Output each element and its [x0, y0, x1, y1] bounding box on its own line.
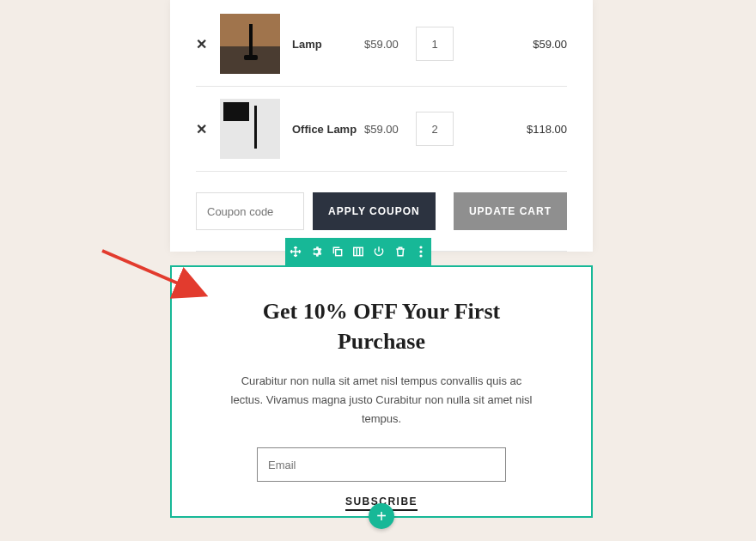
- promo-subscribe-section[interactable]: Get 10% OFF Your First Purchase Curabitu…: [170, 265, 593, 518]
- product-subtotal: $118.00: [527, 123, 567, 136]
- svg-point-3: [419, 250, 422, 252]
- columns-icon[interactable]: [351, 244, 366, 259]
- more-icon[interactable]: [413, 244, 429, 259]
- update-cart-button[interactable]: UPDATE CART: [454, 192, 567, 230]
- trash-icon[interactable]: [393, 244, 408, 259]
- svg-point-2: [419, 246, 422, 248]
- email-field[interactable]: [257, 447, 506, 482]
- gear-icon[interactable]: [308, 244, 324, 259]
- cart-row: ✕ Office Lamp $59.00 $118.00: [196, 87, 567, 172]
- product-price: $59.00: [364, 123, 416, 136]
- svg-rect-0: [335, 250, 341, 256]
- move-icon[interactable]: [288, 244, 303, 259]
- apply-coupon-button[interactable]: APPLY COUPON: [313, 192, 436, 230]
- product-name: Office Lamp: [292, 123, 364, 136]
- power-icon[interactable]: [371, 244, 387, 259]
- cart-panel: ✕ Lamp $59.00 $59.00 ✕ Office Lamp $59.0…: [170, 0, 593, 252]
- quantity-input[interactable]: [416, 27, 454, 61]
- product-name: Lamp: [292, 38, 364, 51]
- duplicate-icon[interactable]: [330, 244, 345, 259]
- svg-point-4: [419, 254, 422, 257]
- remove-item-icon[interactable]: ✕: [196, 121, 213, 137]
- svg-rect-1: [354, 247, 363, 255]
- product-price: $59.00: [364, 38, 416, 51]
- product-thumbnail[interactable]: [220, 14, 280, 74]
- product-subtotal: $59.00: [533, 38, 567, 51]
- coupon-input[interactable]: [196, 192, 304, 230]
- section-editor-toolbar: [285, 238, 431, 265]
- product-thumbnail[interactable]: [220, 99, 280, 159]
- add-section-button[interactable]: +: [369, 503, 394, 529]
- cart-row: ✕ Lamp $59.00 $59.00: [196, 9, 567, 87]
- quantity-input[interactable]: [416, 112, 454, 146]
- remove-item-icon[interactable]: ✕: [196, 36, 213, 52]
- promo-body-text: Curabitur non nulla sit amet nisl tempus…: [227, 372, 536, 429]
- promo-heading: Get 10% OFF Your First Purchase: [227, 296, 536, 356]
